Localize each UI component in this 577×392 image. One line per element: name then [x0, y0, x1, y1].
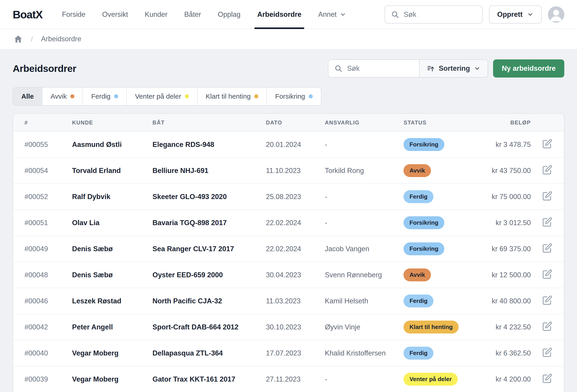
amount: kr 69 375.00	[476, 236, 531, 262]
edit-button[interactable]	[542, 295, 552, 305]
status-badge: Avvik	[403, 268, 431, 281]
search-icon	[334, 64, 342, 72]
responsible: Kamil Helseth	[325, 288, 403, 314]
table-row[interactable]: #00048 Denis Sæbø Oyster EED-659 2000 30…	[13, 262, 564, 288]
global-search-input[interactable]	[404, 10, 476, 19]
workorders-table: # KUNDE BÅT DATO ANSVARLIG STATUS BELØP …	[13, 114, 564, 392]
create-button[interactable]: Opprett	[489, 5, 541, 24]
table-row[interactable]: #00054 Torvald Erland Belliure NHJ-691 1…	[13, 158, 564, 184]
amount: kr 12 500.00	[476, 262, 531, 288]
workorder-id: #00048	[13, 262, 72, 288]
col-header-status: STATUS	[403, 114, 476, 132]
amount: kr 4 232.50	[476, 314, 531, 340]
boat-name: Bavaria TGQ-898 2017	[152, 210, 266, 236]
edit-button[interactable]	[542, 269, 552, 279]
boat-name: Gator Trax KKT-161 2017	[152, 366, 266, 392]
home-icon[interactable]	[14, 35, 23, 43]
date: 30.04.2023	[266, 262, 325, 288]
filter-tab-avvik[interactable]: Avvik	[42, 88, 83, 105]
boat-name: Oyster EED-659 2000	[152, 262, 266, 288]
responsible: Torkild Rong	[325, 158, 403, 184]
edit-button[interactable]	[542, 243, 552, 253]
table-row[interactable]: #00049 Denis Sæbø Sea Ranger CLV-17 2017…	[13, 236, 564, 262]
filter-tab-klart-til-henting[interactable]: Klart til henting	[198, 88, 267, 105]
search-sort-group: Sortering	[328, 59, 488, 77]
nav-item-opplag[interactable]: Opplag	[218, 0, 240, 29]
workorder-id: #00054	[13, 158, 72, 184]
brand-logo[interactable]: BoatX	[13, 8, 42, 21]
date: 11.03.2023	[266, 288, 325, 314]
status-badge: Avvik	[403, 164, 431, 177]
avatar[interactable]	[548, 6, 564, 23]
edit-icon	[542, 321, 552, 331]
responsible: -	[325, 366, 403, 392]
edit-button[interactable]	[542, 165, 552, 175]
status-badge: Venter på deler	[403, 373, 458, 386]
amount: kr 40 800.00	[476, 288, 531, 314]
date: 11.10.2023	[266, 158, 325, 184]
edit-icon	[542, 139, 552, 149]
table-row[interactable]: #00046 Leszek Røstad North Pacific CJA-3…	[13, 288, 564, 314]
create-button-label: Opprett	[497, 10, 523, 19]
date: 20.01.2024	[266, 132, 325, 158]
edit-button[interactable]	[542, 347, 552, 357]
filter-tab-ferdig[interactable]: Ferdig	[83, 88, 127, 105]
status-badge: Forsikring	[403, 216, 444, 229]
customer-name: Vegar Moberg	[72, 340, 152, 366]
filter-tab-alle[interactable]: Alle	[13, 88, 42, 105]
table-row[interactable]: #00039 Vegar Moberg Gator Trax KKT-161 2…	[13, 366, 564, 392]
responsible: Khalid Kristoffersen	[325, 340, 403, 366]
user-icon	[548, 6, 564, 23]
table-row[interactable]: #00042 Peter Angell Sport-Craft DAB-664 …	[13, 314, 564, 340]
table-row[interactable]: #00051 Olav Lia Bavaria TGQ-898 2017 22.…	[13, 210, 564, 236]
boat-name: Elegance RDS-948	[152, 132, 266, 158]
chevron-down-icon	[474, 65, 480, 72]
chevron-down-icon	[527, 11, 534, 18]
responsible: -	[325, 184, 403, 210]
responsible: Jacob Vangen	[325, 236, 403, 262]
filter-tab-venter-på-deler[interactable]: Venter på deler	[127, 88, 197, 105]
amount: kr 3 012.50	[476, 210, 531, 236]
workorders-table-card: # KUNDE BÅT DATO ANSVARLIG STATUS BELØP …	[13, 113, 564, 392]
workorder-id: #00039	[13, 366, 72, 392]
table-row[interactable]: #00055 Aasmund Østli Elegance RDS-948 20…	[13, 132, 564, 158]
amount: kr 4 200.00	[476, 366, 531, 392]
new-workorder-button[interactable]: Ny arbeidsordre	[493, 59, 564, 77]
breadcrumb-current: Arbeidsordre	[41, 35, 81, 43]
status-badge: Forsikring	[403, 242, 444, 255]
edit-button[interactable]	[542, 373, 552, 383]
edit-button[interactable]	[542, 321, 552, 331]
status-dot	[70, 94, 74, 98]
boat-name: North Pacific CJA-32	[152, 288, 266, 314]
date: 22.02.2024	[266, 210, 325, 236]
nav-item-arbeidsordre[interactable]: Arbeidsordre	[257, 0, 301, 29]
table-search-input[interactable]	[347, 64, 413, 72]
boat-name: Sport-Craft DAB-664 2012	[152, 314, 266, 340]
nav-item-forside[interactable]: Forside	[62, 0, 85, 29]
search-icon	[391, 10, 399, 19]
edit-icon	[542, 243, 552, 253]
workorder-id: #00042	[13, 314, 72, 340]
table-row[interactable]: #00052 Ralf Dybvik Skeeter GLO-493 2020 …	[13, 184, 564, 210]
edit-button[interactable]	[542, 191, 552, 201]
page-title: Arbeidsordrer	[13, 63, 76, 74]
nav-item-annet[interactable]: Annet	[318, 0, 346, 29]
page-head: Arbeidsordrer Sortering Ny arbeidsordre	[13, 49, 564, 77]
top-navigation: BoatX Forside Oversikt Kunder Båter Oppl…	[0, 0, 577, 29]
topnav-right: Opprett	[385, 5, 564, 24]
customer-name: Aasmund Østli	[72, 132, 152, 158]
date: 30.10.2023	[266, 314, 325, 340]
nav-item-kunder[interactable]: Kunder	[145, 0, 167, 29]
sort-button[interactable]: Sortering	[419, 60, 488, 77]
table-row[interactable]: #00040 Vegar Moberg Dellapasqua ZTL-364 …	[13, 340, 564, 366]
status-dot	[309, 94, 313, 98]
edit-button[interactable]	[542, 217, 552, 227]
nav-item-oversikt[interactable]: Oversikt	[102, 0, 128, 29]
edit-button[interactable]	[542, 139, 552, 149]
workorder-id: #00055	[13, 132, 72, 158]
amount: kr 43 750.00	[476, 158, 531, 184]
boat-name: Belliure NHJ-691	[152, 158, 266, 184]
filter-tab-forsikring[interactable]: Forsikring	[267, 88, 321, 105]
nav-item-båter[interactable]: Båter	[184, 0, 201, 29]
workorder-id: #00046	[13, 288, 72, 314]
